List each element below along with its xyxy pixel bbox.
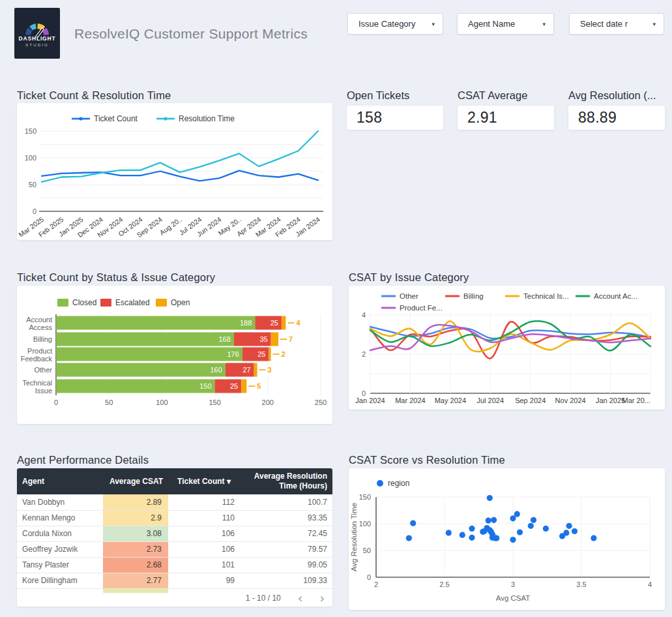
cell-average-csat: 2.77 [103,573,168,588]
logo-text-dashlight: DASHLIGHT [19,35,56,42]
dashlight-logo: DASHLIGHT STUDIO [14,8,60,59]
svg-text:35: 35 [259,335,267,343]
filter-issue-category-label: Issue Category [358,19,415,29]
svg-text:4: 4 [362,311,366,319]
col-header-avg-resolution-time[interactable]: Average Resolution Time (Hours) [240,468,332,494]
svg-text:Closed: Closed [72,298,96,307]
x-tick-label: May 2024 [435,397,466,404]
svg-text:27: 27 [242,366,250,374]
chevron-down-icon: ▾ [652,21,656,27]
svg-text:2: 2 [362,350,366,358]
table-title: Agent Performance Details [17,454,149,466]
svg-text:50: 50 [105,399,113,406]
col-header-ticket-count[interactable]: Ticket Count ▾ [168,468,240,494]
cell-agent: Cordula Nixon [17,526,103,541]
svg-text:2: 2 [282,350,285,358]
category-label: Other [34,366,52,374]
line-chart-canvas[interactable]: 050100150Mar 2025Feb 2025Jan 2025Dec 202… [17,103,332,243]
legend-item: Technical Is... [505,292,569,300]
filter-issue-category[interactable]: Issue Category ▾ [347,13,443,35]
cell-average-csat: 2.68 [103,557,168,573]
csat-chart-canvas[interactable]: 024Jan 2024Mar 2024May 2024Jul 2024Sep 2… [349,286,665,412]
svg-text:150: 150 [25,127,37,135]
series-line-1 [370,322,650,359]
filter-agent-name-label: Agent Name [468,19,515,29]
cell-agent: Kore Dillingham [17,573,103,588]
bar-billing: 168357 [56,333,293,346]
kpi-open-tickets-value: 158 [347,106,443,130]
cell-agent: Tansy Plaster [17,557,103,573]
agent-table-card: Agent Average CSAT Ticket Count ▾ Averag… [17,468,332,607]
cell-agent: Geoffrey Jozwik [17,541,103,557]
filter-agent-name[interactable]: Agent Name ▾ [457,13,554,35]
svg-text:Escalated: Escalated [115,298,150,307]
category-label: Technical [22,379,52,387]
filter-date-range[interactable]: Select date r ▾ [569,13,664,35]
cell-ticket-count: 112 [168,494,240,510]
line-chart-svg: 050100150Mar 2025Feb 2025Jan 2025Dec 202… [17,103,332,240]
svg-text:168: 168 [218,335,230,343]
svg-text:4: 4 [648,580,652,588]
kpi-csat-average-label: CSAT Average [458,89,555,102]
bar-chart-canvas[interactable]: 050100150200250188254AccountAccess168357… [17,286,332,427]
cell-avg-resolution: 109.33 [240,573,332,588]
line-chart-card: 050100150Mar 2025Feb 2025Jan 2025Dec 202… [17,103,332,240]
cell-avg-resolution: 79.57 [240,541,332,557]
grid: 22.533.54050100150 [359,493,652,588]
svg-text:3: 3 [511,580,515,588]
table-row: Van Dobbyn2.89112100.7 [17,494,332,510]
legend-item: Product Fe... [381,304,443,312]
scatter-canvas[interactable]: 22.533.54050100150Avg CSATAvg Resolution… [349,468,665,612]
page-title: ResolveIQ Customer Support Metrics [74,26,308,42]
agent-performance-table: Agent Average CSAT Ticket Count ▾ Averag… [17,468,332,593]
table-header-row: Agent Average CSAT Ticket Count ▾ Averag… [17,468,332,494]
svg-text:Other: Other [400,292,418,300]
svg-text:Billing: Billing [463,292,484,300]
svg-text:25: 25 [230,382,238,390]
cell-ticket-count: 110 [168,510,240,526]
series-line-1 [42,131,318,182]
svg-text:Technical Is...: Technical Is... [523,292,569,300]
svg-text:Account Ac...: Account Ac... [594,292,637,300]
kpi-avg-resolution-label: Avg Resolution (... [568,89,666,102]
svg-text:0: 0 [367,573,371,581]
kpi-open-tickets-card: 158 [347,106,443,130]
csat-chart-card: 024Jan 2024Mar 2024May 2024Jul 2024Sep 2… [349,286,665,410]
pagination-next-icon[interactable]: › [319,591,325,605]
csat-chart-svg: 024Jan 2024Mar 2024May 2024Jul 2024Sep 2… [349,286,665,410]
svg-text:region: region [388,479,409,488]
cell-ticket-count: 101 [168,557,240,573]
svg-text:3: 3 [268,366,272,374]
bar-other: 160273 [56,363,272,377]
col-header-agent[interactable]: Agent [17,468,103,494]
svg-text:0: 0 [33,207,37,215]
col-header-average-csat[interactable]: Average CSAT [103,468,168,494]
cell-ticket-count: 99 [168,573,240,588]
table-row: Cordula Nixon3.0810672.45 [17,526,332,541]
bar-account-access: 188254 [56,316,300,330]
category-label: Access [29,324,53,331]
x-tick-label: Jan 2025 [596,397,625,404]
cell-agent: Van Dobbyn [17,494,103,510]
x-axis-title: Avg CSAT [496,594,531,602]
logo-text-studio: STUDIO [25,43,49,47]
svg-text:100: 100 [25,154,37,162]
legend-item: Other [381,292,418,300]
svg-text:Ticket Count: Ticket Count [94,114,138,123]
svg-text:150: 150 [199,382,211,390]
cell-avg-resolution: 99.05 [240,557,332,573]
chevron-down-icon: ▾ [542,21,546,27]
kpi-csat-average-card: 2.91 [458,106,554,130]
pagination-prev-icon[interactable]: ‹ [298,591,303,605]
gauge-logo-icon [14,8,60,38]
chevron-down-icon: ▾ [431,21,435,27]
kpi-csat-average-value: 2.91 [458,106,554,130]
scatter-svg: 22.533.54050100150Avg CSATAvg Resolution… [349,468,665,610]
table-row: Geoffrey Jozwik2.7310679.57 [17,541,332,557]
svg-text:0: 0 [54,399,58,406]
svg-text:150: 150 [209,399,220,406]
cell-ticket-count: 106 [168,541,240,557]
kpi-open-tickets-label: Open Tickets [347,89,445,102]
table-pagination: 1 - 10 / 10 ‹ › [246,590,325,607]
x-tick-label: Sep 2024 [515,397,546,404]
